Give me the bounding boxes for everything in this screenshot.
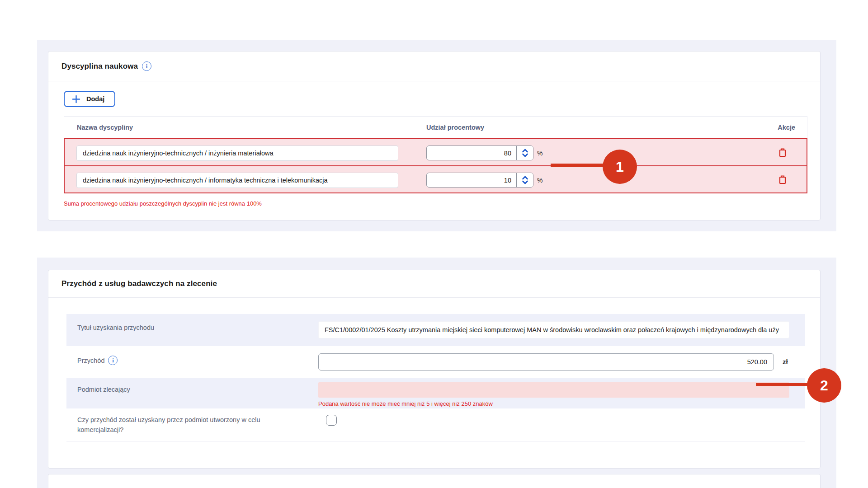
income-amount-label: Przychód bbox=[77, 357, 104, 364]
percent-unit: % bbox=[537, 150, 542, 157]
discipline-name-input[interactable] bbox=[76, 173, 398, 188]
plus-icon bbox=[72, 95, 80, 103]
discipline-card-title: Dyscyplina naukowa bbox=[61, 62, 138, 71]
percent-input[interactable] bbox=[427, 146, 516, 160]
sum-validation-error: Suma procentowego udziału poszczególnych… bbox=[64, 200, 807, 207]
entity-validation-error: Podana wartość nie może mieć mniej niż 5… bbox=[318, 400, 493, 407]
income-card-header: Przychód z usług badawczych na zlecenie bbox=[48, 270, 820, 298]
income-amount-label-group: Przychód i bbox=[77, 356, 118, 365]
page: Dyscyplina naukowa i Dodaj Nazwa dyscypl… bbox=[0, 0, 868, 488]
annotation-marker-2: 2 bbox=[807, 368, 841, 403]
discipline-table-header: Nazwa dyscypliny Udział procentowy Akcje bbox=[64, 116, 807, 138]
discipline-card-body: Dodaj Nazwa dyscypliny Udział procentowy… bbox=[48, 81, 820, 207]
spinner-arrows-icon[interactable] bbox=[516, 146, 533, 160]
discipline-name-input[interactable] bbox=[76, 145, 398, 161]
discipline-card-header: Dyscyplina naukowa i bbox=[48, 52, 820, 81]
entity-label: Podmiot zlecający bbox=[77, 386, 130, 393]
annotation-line-2 bbox=[756, 383, 815, 386]
column-header-actions: Akcje bbox=[778, 124, 795, 131]
percent-spinbox bbox=[426, 173, 533, 188]
form-row-entity: Podmiot zlecający Podana wartość nie moż… bbox=[66, 378, 805, 408]
currency-unit: zł bbox=[783, 358, 788, 366]
discipline-table: Nazwa dyscypliny Udział procentowy Akcje bbox=[64, 116, 807, 193]
delete-row-icon[interactable] bbox=[778, 147, 788, 158]
income-amount-input[interactable] bbox=[318, 353, 774, 371]
form-row-income: Przychód i zł bbox=[66, 346, 805, 378]
income-card: Przychód z usług badawczych na zlecenie … bbox=[48, 270, 821, 469]
add-button-label: Dodaj bbox=[86, 95, 104, 103]
income-card-title: Przychód z usług badawczych na zlecenie bbox=[61, 279, 217, 288]
next-card-partial bbox=[48, 474, 821, 488]
percent-group: % bbox=[426, 173, 542, 188]
percent-unit: % bbox=[537, 177, 542, 184]
table-row: % bbox=[64, 138, 807, 166]
income-form: Tytuł uzyskania przychodu Przychód i zł … bbox=[66, 314, 805, 441]
column-header-percent: Udział procentowy bbox=[426, 124, 484, 131]
commercialization-checkbox[interactable] bbox=[326, 415, 337, 426]
percent-input[interactable] bbox=[427, 173, 516, 187]
annotation-line-1 bbox=[551, 164, 610, 167]
form-row-title: Tytuł uzyskania przychodu bbox=[66, 314, 805, 346]
delete-row-icon[interactable] bbox=[778, 174, 788, 185]
info-icon[interactable]: i bbox=[142, 61, 151, 71]
annotation-marker-1: 1 bbox=[603, 150, 637, 184]
discipline-card: Dyscyplina naukowa i Dodaj Nazwa dyscypl… bbox=[48, 51, 821, 221]
income-title-label: Tytuł uzyskania przychodu bbox=[77, 324, 154, 331]
income-title-input[interactable] bbox=[318, 321, 789, 338]
commercialization-label: Czy przychód został uzyskany przez podmi… bbox=[77, 415, 299, 435]
form-row-commercialization: Czy przychód został uzyskany przez podmi… bbox=[66, 408, 805, 441]
column-header-name: Nazwa dyscypliny bbox=[77, 124, 133, 131]
table-row: % bbox=[64, 165, 807, 193]
percent-group: % bbox=[426, 145, 542, 160]
info-icon[interactable]: i bbox=[108, 356, 118, 365]
add-discipline-button[interactable]: Dodaj bbox=[64, 91, 115, 107]
spinner-arrows-icon[interactable] bbox=[516, 173, 533, 187]
entity-input[interactable] bbox=[318, 382, 789, 398]
percent-spinbox bbox=[426, 145, 533, 160]
